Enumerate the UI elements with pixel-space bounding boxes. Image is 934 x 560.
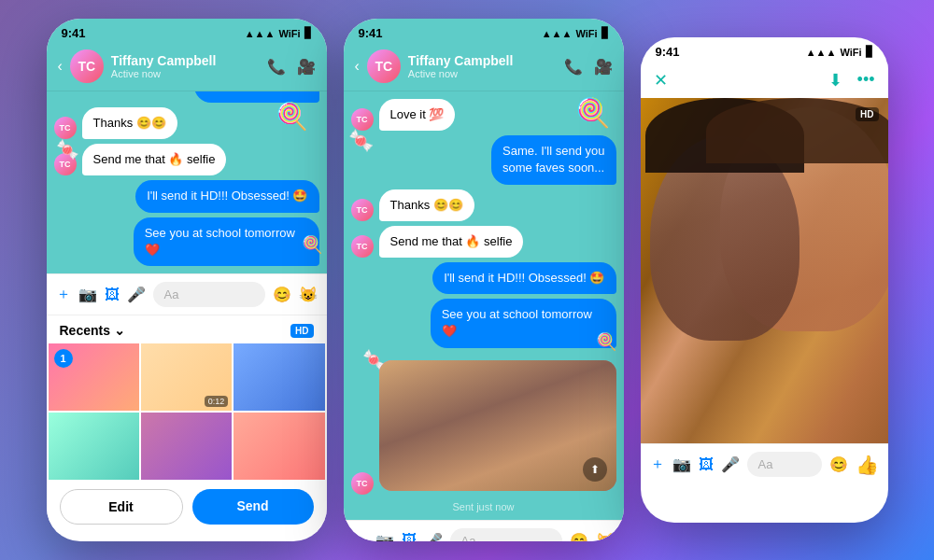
msg-avatar-p2-2: TC xyxy=(351,199,374,221)
wifi-icon: WiFi xyxy=(278,28,300,39)
recents-label[interactable]: Recents ⌄ xyxy=(60,323,125,338)
chat-area-2: 🍭 🍬 🍭 🍬 TC Love it 💯 Same. I'll send you… xyxy=(344,91,624,520)
back-button-2[interactable]: ‹ xyxy=(355,58,360,75)
status-icons-2: ▲▲▲ WiFi ▊ xyxy=(542,27,609,39)
video-icon-1[interactable]: 🎥 xyxy=(297,58,316,76)
phone-3: 9:41 ▲▲▲ WiFi ▊ ✕ ⬇ ••• HD xyxy=(641,37,888,523)
bubble-p2-1: Love it 💯 xyxy=(379,99,456,131)
photo-cell-5[interactable] xyxy=(141,413,232,480)
msg-sent-3: See you at school tomorrow ❤️ xyxy=(54,217,319,266)
send-button[interactable]: Send xyxy=(192,489,314,525)
camera-icon-3[interactable]: 📷 xyxy=(672,455,691,473)
thumbs-up-button[interactable]: 👍 xyxy=(856,454,879,476)
image-icon-3[interactable]: 🖼 xyxy=(699,456,714,473)
header-info-2: Tiffany Campbell Active now xyxy=(408,53,557,79)
msg-avatar-p2-1: TC xyxy=(351,108,374,131)
sent-time: Sent just now xyxy=(351,501,616,512)
hd-badge-fullscreen: HD xyxy=(856,107,878,121)
photo-cell-6[interactable] xyxy=(234,413,324,480)
action-bar-1: Edit Send xyxy=(47,480,327,534)
bubble-sent-1: Same. I'll send yousome faves soon... xyxy=(194,91,318,103)
emoji-icon-3[interactable]: 😊 xyxy=(829,455,848,473)
bubble-sent-3: See you at school tomorrow ❤️ xyxy=(134,217,319,266)
photo-cell-3[interactable] xyxy=(234,343,324,411)
message-input-3[interactable]: Aa xyxy=(747,452,822,477)
photo-msg-row: TC HD ⬆ xyxy=(351,357,616,495)
status-bar-1: 9:41 ▲▲▲ WiFi ▊ xyxy=(47,19,327,44)
camera-icon-1[interactable]: 📷 xyxy=(78,286,97,303)
signal-icon-3: ▲▲▲ xyxy=(806,47,837,58)
signal-icon: ▲▲▲ xyxy=(245,28,276,39)
input-bar-1: ＋ 📷 🖼 🎤 Aa 😊 😺 xyxy=(47,273,327,315)
edit-button[interactable]: Edit xyxy=(60,489,183,525)
photo-cell-2[interactable]: 0:12 xyxy=(141,343,232,411)
msg-received-p2-3: TC Send me that 🔥 selfie xyxy=(351,226,616,258)
camera-icon-2[interactable]: 📷 xyxy=(375,532,394,542)
mic-icon-2[interactable]: 🎤 xyxy=(424,532,443,542)
image-icon-1[interactable]: 🖼 xyxy=(105,287,120,303)
call-icon-2[interactable]: 📞 xyxy=(564,58,583,76)
sticker-icon-2[interactable]: 😺 xyxy=(596,532,615,542)
time-3: 9:41 xyxy=(656,45,680,59)
status-bar-3: 9:41 ▲▲▲ WiFi ▊ xyxy=(641,37,888,63)
msg-avatar-2: TC xyxy=(54,153,77,175)
photo-viewer-header: ✕ ⬇ ••• xyxy=(641,63,888,98)
message-input-1[interactable]: Aa xyxy=(153,282,265,307)
video-icon-2[interactable]: 🎥 xyxy=(594,58,613,76)
contact-name-1: Tiffany Campbell xyxy=(111,53,260,68)
emoji-icon-2[interactable]: 😊 xyxy=(570,532,588,542)
status-icons-1: ▲▲▲ WiFi ▊ xyxy=(245,27,312,39)
header-icons-1: 📞 🎥 xyxy=(267,58,316,76)
bubble-p2-2: Thanks 😊😊 xyxy=(379,189,474,221)
message-input-2[interactable]: Aa xyxy=(450,528,562,542)
back-button-1[interactable]: ‹ xyxy=(58,58,63,75)
battery-icon-3: ▊ xyxy=(866,46,873,58)
mic-icon-1[interactable]: 🎤 xyxy=(127,286,146,303)
hd-badge-1: HD xyxy=(290,324,313,338)
emoji-icon-1[interactable]: 😊 xyxy=(273,286,291,303)
signal-icon-2: ▲▲▲ xyxy=(542,28,573,39)
msg-received-1: TC Thanks 😊😊 xyxy=(54,107,319,139)
photo-section-header: Recents ⌄ HD xyxy=(47,315,327,343)
close-button[interactable]: ✕ xyxy=(654,70,668,91)
msg-received-p2-1: TC Love it 💯 xyxy=(351,99,616,131)
fullscreen-photo: HD xyxy=(641,98,888,443)
battery-icon-2: ▊ xyxy=(601,27,609,39)
plus-icon-1[interactable]: ＋ xyxy=(56,285,71,304)
header-info-1: Tiffany Campbell Active now xyxy=(111,53,260,79)
contact-name-2: Tiffany Campbell xyxy=(408,53,557,68)
contact-status-1: Active now xyxy=(111,68,260,79)
msg-sent-2: I'll send it HD!!! Obsessed! 🤩 xyxy=(54,180,319,212)
input-bar-2: ＋ 📷 🖼 🎤 Aa 😊 😺 xyxy=(344,520,624,542)
video-duration: 0:12 xyxy=(205,396,229,407)
sticker-icon-1[interactable]: 😺 xyxy=(299,286,318,303)
status-icons-3: ▲▲▲ WiFi ▊ xyxy=(806,46,873,58)
plus-icon-3[interactable]: ＋ xyxy=(650,455,665,474)
avatar-2: TC xyxy=(367,49,401,83)
time-1: 9:41 xyxy=(62,26,86,40)
msg-sent-p2-1: Same. I'll send yousome faves soon... xyxy=(351,135,616,184)
time-2: 9:41 xyxy=(359,26,383,40)
more-button[interactable]: ••• xyxy=(857,70,875,91)
chat-photo[interactable]: HD ⬆ xyxy=(379,360,616,491)
msg-avatar-p2-photo: TC xyxy=(351,472,374,495)
plus-icon-2[interactable]: ＋ xyxy=(353,531,368,542)
call-icon-1[interactable]: 📞 xyxy=(267,58,286,76)
photo-cell-1[interactable] xyxy=(49,343,139,411)
share-icon: ⬆ xyxy=(590,463,600,476)
msg-sent-p2-3: See you at school tomorrow ❤️ xyxy=(351,299,616,347)
mic-icon-3[interactable]: 🎤 xyxy=(721,455,740,473)
photo-cell-4[interactable] xyxy=(49,413,139,480)
msg-avatar-1: TC xyxy=(54,117,77,139)
image-icon-2[interactable]: 🖼 xyxy=(402,532,417,541)
avatar-1: TC xyxy=(70,49,104,83)
input-bar-3: ＋ 📷 🖼 🎤 Aa 😊 👍 xyxy=(641,443,888,484)
chat-header-1: ‹ TC Tiffany Campbell Active now 📞 🎥 xyxy=(47,44,327,91)
msg-received-p2-2: TC Thanks 😊😊 xyxy=(351,189,616,221)
phone-2: 9:41 ▲▲▲ WiFi ▊ ‹ TC Tiffany Campbell Ac… xyxy=(344,19,624,541)
msg-sent-p2-2: I'll send it HD!!! Obsessed! 🤩 xyxy=(351,262,616,294)
share-button[interactable]: ⬆ xyxy=(583,457,607,482)
contact-status-2: Active now xyxy=(408,68,557,79)
download-button[interactable]: ⬇ xyxy=(828,70,842,91)
msg-avatar-p2-3: TC xyxy=(351,235,374,258)
